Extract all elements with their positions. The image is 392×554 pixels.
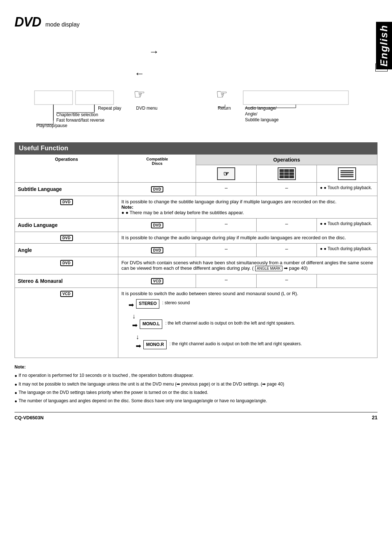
dvd-badge-angle: DVD xyxy=(151,247,164,253)
display-box-left2 xyxy=(75,91,114,105)
stereo-flow-row2: ➡ MONO.L : the left channel audio is out… xyxy=(132,319,374,331)
hand-left-icon: ☞ xyxy=(134,87,145,102)
dvd-badge-subtitle: DVD xyxy=(151,186,164,192)
th-compatible-discs: CompatibleDiscs xyxy=(118,155,196,183)
grid-cell-5 xyxy=(284,172,289,175)
subtitle-touch-text: ● Touch during playback. xyxy=(320,185,372,190)
subtitle-language-label: Subtitle Language xyxy=(15,183,118,196)
bottom-note-text-1: If no operation is performed for 10 seco… xyxy=(19,372,193,379)
audio-language-label: Audio Language xyxy=(15,219,118,232)
diagram-area: → ← ☞ ☞ Repeat play DVD menu Retu xyxy=(15,37,377,139)
grid-cell-6 xyxy=(289,172,294,175)
angle-dash1: – xyxy=(196,244,257,257)
subtitle-dash2: – xyxy=(256,183,317,196)
grid-cell-1 xyxy=(279,169,284,172)
bottom-note-item-2: ● It may not be possible to switch the l… xyxy=(15,381,377,388)
angle-arrow-page: ➡ page 40) xyxy=(282,265,308,271)
dvd-badge-audio: DVD xyxy=(151,222,164,228)
vcd-badge-stereo-desc: VCD xyxy=(60,291,73,297)
label-subtitle-lang: Subtitle language xyxy=(245,117,279,122)
hand-right-icon: ☞ xyxy=(216,87,228,102)
subtitle-note-label: Note: xyxy=(121,204,133,210)
bottom-note-title: Note: xyxy=(15,364,377,371)
th-icon-touch: ☞ xyxy=(196,165,257,183)
page-header: DVD mode display xyxy=(15,15,377,30)
bullet-3: ● xyxy=(15,390,17,396)
audio-description-text: It is possible to change the audio langu… xyxy=(121,235,346,240)
stereo-sound-text: : stereo sound xyxy=(162,299,190,307)
lines-icon xyxy=(320,167,374,180)
subtitle-dash1: – xyxy=(196,183,257,196)
grid-cell-4 xyxy=(279,172,284,175)
label-dvd-menu: DVD menu xyxy=(136,106,158,111)
grid-cell-2 xyxy=(284,169,289,172)
angle-dash2: – xyxy=(256,244,317,257)
th-icon-grid xyxy=(256,165,317,183)
bottom-note-text-3: The language on the DVD settings takes p… xyxy=(19,389,208,396)
mono-r-arrow-icon: ➡ xyxy=(136,340,141,352)
angle-label: Angle xyxy=(15,244,118,257)
touch-screen-icon: ☞ xyxy=(199,167,253,180)
subtitle-disc-badge-cell: DVD xyxy=(15,196,118,219)
th-operations-main: Operations xyxy=(196,155,377,165)
table-row-audio-desc: DVD It is possible to change the audio l… xyxy=(15,232,377,244)
stereo-flow-container: ➡ STEREO : stereo sound ↓ ➡ MONO.L : the… xyxy=(128,299,374,352)
down-arrow-1: ↓ xyxy=(132,313,374,319)
page-number-bottom: 21 xyxy=(372,415,377,420)
model-number: CQ-VD6503N xyxy=(15,415,44,420)
touchscreen-device: ☞ xyxy=(217,167,235,180)
mono-r-box: MONO.R xyxy=(143,340,166,350)
label-repeat-play: Repeat play xyxy=(98,106,121,111)
audio-touch-text: ● Touch during playback. xyxy=(320,221,372,226)
dvd-badge-angle-desc: DVD xyxy=(60,260,73,266)
audio-touch-cell: ● Touch during playback. xyxy=(317,219,377,232)
dvd-title: DVD xyxy=(15,15,41,30)
bullet-2: ● xyxy=(15,381,17,388)
label-audio-lang: Audio language/ xyxy=(245,106,277,111)
mono-l-arrow-icon: ➡ xyxy=(132,319,138,331)
bottom-note-text-2: It may not be possible to switch the lan… xyxy=(19,381,284,388)
grid-cell-7 xyxy=(279,175,284,178)
th-operations: Operations xyxy=(15,155,118,183)
bullet-1: ● xyxy=(15,372,17,379)
stereo-dash1: – xyxy=(196,274,257,288)
stereo-disc-cell: VCD xyxy=(118,274,196,288)
th-icon-lines xyxy=(317,165,377,183)
mono-l-text: : the left channel audio is output on bo… xyxy=(165,319,295,327)
angle-mark-box: ANGLE MARK xyxy=(255,266,283,271)
angle-touch-cell: ● Touch during playback. xyxy=(317,244,377,257)
grid-cell-9 xyxy=(289,175,294,178)
touch-hand-icon: ☞ xyxy=(223,170,229,178)
stereo-disc-badge-cell: VCD xyxy=(15,288,118,358)
audio-dash1: – xyxy=(196,219,257,232)
label-angle: Angle/ xyxy=(245,111,258,117)
bottom-note-item-3: ● The language on the DVD settings takes… xyxy=(15,389,377,396)
label-return: Return xyxy=(218,106,231,111)
arrow-left-icon: ← xyxy=(134,68,144,79)
dvd-badge-sub-desc: DVD xyxy=(60,199,73,205)
table-row-audio: Audio Language DVD – – ● Touch during pl… xyxy=(15,219,377,232)
grid-icon xyxy=(260,167,314,180)
subtitle-description-text: It is possible to change the subtitle la… xyxy=(121,199,336,204)
grid-cell-8 xyxy=(284,175,289,178)
lines-device xyxy=(338,167,356,180)
line-2 xyxy=(340,172,354,173)
bottom-notes: Note: ● If no operation is performed for… xyxy=(15,364,377,405)
angle-disc-cell: DVD xyxy=(118,244,196,257)
stereo-touch-cell xyxy=(317,274,377,288)
stereo-monaural-label: Stereo & Monaural xyxy=(15,274,118,288)
display-box-right xyxy=(243,91,348,105)
label-fast-forward: Fast forward/fast reverse xyxy=(56,118,105,123)
audio-dash2: – xyxy=(256,219,317,232)
angle-description-cell: For DVDs which contain scenes which have… xyxy=(118,257,377,274)
mono-r-text: : the right channel audio is output on b… xyxy=(170,340,302,348)
bottom-note-text-4: The number of languages and angles depen… xyxy=(19,398,267,404)
table-row-angle: Angle DVD – – ● Touch during playback. xyxy=(15,244,377,257)
table-row-subtitle-desc: DVD It is possible to change the subtitl… xyxy=(15,196,377,219)
audio-description-cell: It is possible to change the audio langu… xyxy=(118,232,377,244)
diagram-svg: → ← ☞ ☞ Repeat play DVD menu Retu xyxy=(15,37,377,139)
bullet-4: ● xyxy=(15,398,17,405)
bottom-note-item-4: ● The number of languages and angles dep… xyxy=(15,398,377,405)
arrow-right-icon: → xyxy=(149,46,159,57)
grid-cell-3 xyxy=(289,169,294,172)
